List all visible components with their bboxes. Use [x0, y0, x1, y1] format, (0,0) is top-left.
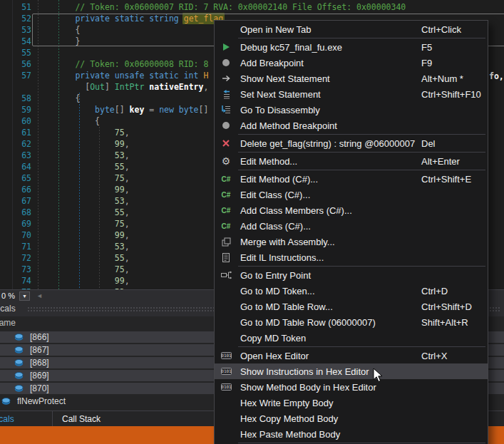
menu-item-label: Hex Copy Method Body [240, 413, 338, 424]
menu-item-copy-md-token[interactable]: Copy MD Token [215, 330, 488, 346]
breakpoint-icon [217, 121, 235, 130]
code-token: 99 [115, 139, 125, 149]
code-token: 75 [115, 219, 125, 229]
menu-item-shortcut: Alt+Enter [421, 156, 460, 167]
code-token: { [95, 116, 100, 126]
menu-item-label: Open Hex Editor [240, 351, 309, 361]
code-token: [] [199, 105, 209, 115]
code-text: 53, [36, 241, 130, 252]
menu-item-edit-il-instructions[interactable]: Edit IL Instructions... [215, 249, 488, 265]
dnspy-window: 5051// Token: 0x06000007 RID: 7 RVA: 0x0… [0, 0, 504, 444]
menu-item-hex-write-empty-body[interactable]: Hex Write Empty Body [215, 395, 488, 411]
zoom-dropdown-button[interactable]: ▼ [19, 291, 30, 301]
menu-item-add-method-breakpoint[interactable]: Add Method Breakpoint [215, 118, 488, 133]
code-text: // Token: 0x06000008 RID: 8 [36, 58, 208, 70]
menu-item-label: Add Class Members (C#)... [240, 205, 352, 216]
scrollbar-left-arrow-icon[interactable]: ◄ [36, 292, 43, 299]
menu-item-label: Show Method Body in Hex Editor [240, 382, 376, 393]
context-menu: Open in New TabCtrl+ClickDebug kc57_fina… [214, 20, 488, 444]
menu-separator [238, 443, 485, 443]
line-number: 60 [0, 115, 31, 127]
menu-separator [238, 134, 485, 135]
locals-row-label: flNewProtect [17, 396, 66, 406]
menu-item-label: Edit Method... [240, 156, 297, 167]
line-number: 71 [0, 241, 31, 252]
menu-item-add-breakpoint[interactable]: Add BreakpointF9 [215, 55, 488, 71]
local-variable-icon [14, 333, 24, 341]
line-number: 67 [0, 195, 31, 207]
menu-item-merge-with-assembly[interactable]: Merge with Assembly... [215, 234, 488, 249]
code-token: 99 [115, 185, 125, 195]
menu-item-add-class-c[interactable]: C#Add Class (C#)... [215, 218, 488, 234]
code-token: H [203, 71, 208, 81]
code-token: 75 [115, 264, 125, 274]
menu-item-label: Go to MD Token... [240, 286, 315, 296]
code-text: 99, [36, 229, 130, 241]
code-text: { [36, 93, 80, 104]
code-token: new byte [159, 105, 198, 115]
menu-item-show-method-body-in-hex-editor[interactable]: 0101Show Method Body in Hex Editor [215, 379, 488, 395]
menu-item-go-to-disassembly[interactable]: Go To Disassembly [215, 102, 488, 118]
code-token: , [125, 162, 130, 172]
tab-call-stack-label: Call Stack [62, 414, 101, 424]
menu-item-set-next-statement[interactable]: Set Next StatementCtrl+Shift+F10 [215, 86, 488, 102]
code-token: 55 [115, 162, 125, 172]
menu-item-label: Add Method Breakpoint [240, 120, 337, 131]
breakpoint-icon [217, 58, 235, 67]
code-token: ] [105, 82, 115, 92]
code-token: , [125, 139, 130, 149]
menu-item-edit-method[interactable]: ⚙Edit Method...Alt+Enter [215, 153, 488, 169]
menu-item-go-to-md-token[interactable]: Go to MD Token...Ctrl+D [215, 283, 488, 299]
menu-separator [238, 346, 485, 347]
menu-item-hex-paste-method-body[interactable]: Hex Paste Method Body [215, 426, 488, 442]
code-token: = [144, 105, 159, 115]
menu-item-label: Edit Class (C#)... [240, 190, 310, 200]
menu-separator [238, 38, 485, 38]
menu-item-edit-method-c[interactable]: C#Edit Method (C#)...Ctrl+Shift+E [215, 171, 488, 187]
code-text: 55, [36, 252, 130, 264]
code-token: , [125, 196, 130, 206]
code-text: byte[] key = new byte[] [36, 104, 208, 115]
arrow-right-icon [217, 74, 235, 83]
menu-item-go-to-entry-point[interactable]: Go to Entry Point [215, 267, 488, 283]
menu-item-label: Show Instructions in Hex Editor [240, 366, 369, 377]
line-number: 73 [0, 264, 31, 275]
menu-item-go-to-md-table-row[interactable]: Go to MD Table Row...Ctrl+Shift+D [215, 299, 488, 314]
code-token: , [125, 173, 130, 183]
code-token: 53 [115, 150, 125, 160]
menu-item-label: Hex Paste Method Body [240, 429, 340, 440]
code-text: 75, [36, 127, 130, 138]
menu-item-edit-class-c[interactable]: C#Edit Class (C#)... [215, 187, 488, 202]
menu-item-go-to-md-table-row-06000007[interactable]: Go to MD Table Row (06000007)Shift+Alt+R [215, 314, 488, 330]
menu-item-delete-get-flag-string-string-06000007[interactable]: Delete get_flag(string) : string @060000… [215, 135, 488, 151]
code-text: private unsafe static int H [36, 70, 208, 81]
menu-item-label: Edit Method (C#)... [240, 174, 318, 185]
menu-item-label: Set Next Statement [240, 89, 321, 100]
menu-item-debug-kc57-final-fu-exe[interactable]: Debug kc57_final_fu.exeF5 [215, 39, 488, 55]
menu-item-open-in-new-tab[interactable]: Open in New TabCtrl+Click [215, 21, 488, 37]
menu-item-label: Edit IL Instructions... [240, 252, 324, 263]
code-token: 99 [115, 230, 125, 240]
locals-row-label: [870] [30, 383, 49, 393]
code-token: 53 [115, 196, 125, 206]
line-number: 69 [0, 218, 31, 229]
locals-panel-title: Locals [0, 301, 16, 316]
code-text: [Out] IntPtr nativeEntry, [36, 81, 208, 93]
menu-item-open-hex-editor[interactable]: 0101Open Hex EditorCtrl+X [215, 348, 488, 363]
local-variable-icon [14, 384, 24, 393]
code-token: 99 [115, 276, 125, 286]
line-number: 52 [0, 13, 31, 24]
menu-item-show-instructions-in-hex-editor[interactable]: 0101Show Instructions in Hex Editor [215, 363, 488, 379]
menu-item-add-class-members-c[interactable]: C#Add Class Members (C#)... [215, 202, 488, 218]
tab-locals[interactable]: Locals [0, 411, 53, 426]
code-text: 99, [36, 184, 130, 195]
code-text: 53, [36, 195, 130, 207]
menu-item-show-next-statement[interactable]: Show Next StatementAlt+Num * [215, 71, 488, 86]
hex-icon: 0101 [217, 383, 235, 391]
code-line-51[interactable]: 51// Token: 0x06000007 RID: 7 RVA: 0x000… [0, 1, 504, 13]
line-number: 51 [0, 1, 31, 13]
tab-call-stack[interactable]: Call Stack [53, 411, 101, 426]
column-header-label: Name [0, 316, 16, 330]
code-token: [] [115, 105, 130, 115]
menu-item-hex-copy-method-body[interactable]: Hex Copy Method Body [215, 411, 488, 426]
